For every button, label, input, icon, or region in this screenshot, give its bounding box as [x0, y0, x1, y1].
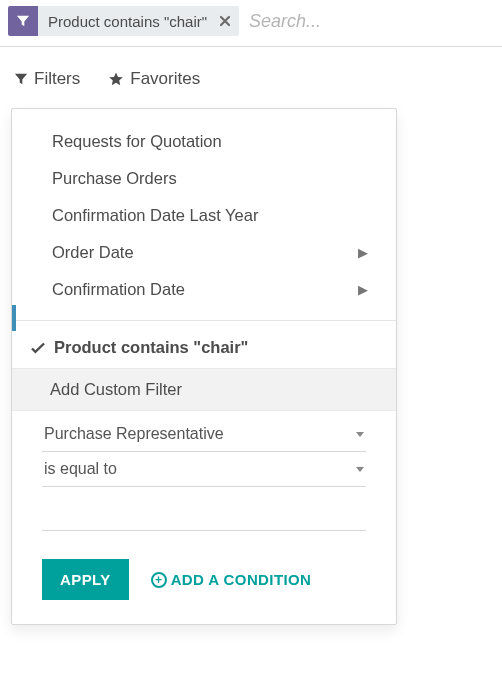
filter-option-rfq[interactable]: Requests for Quotation — [12, 123, 396, 160]
filter-option-label: Confirmation Date Last Year — [52, 206, 258, 225]
filter-option-confirmation-date[interactable]: Confirmation Date ▶ — [12, 271, 396, 308]
filter-options-list: Requests for Quotation Purchase Orders C… — [12, 109, 396, 314]
check-icon — [30, 340, 46, 356]
chevron-right-icon: ▶ — [358, 282, 368, 297]
caret-down-icon — [356, 432, 364, 437]
search-input[interactable] — [247, 11, 494, 32]
add-custom-filter-label: Add Custom Filter — [50, 380, 182, 398]
search-facet-label: Product contains "chair" — [38, 6, 217, 36]
plus-circle-icon: + — [151, 572, 167, 588]
filter-option-label: Purchase Orders — [52, 169, 177, 188]
value-input[interactable] — [42, 501, 366, 531]
add-condition-label: ADD A CONDITION — [171, 571, 312, 588]
field-select-value: Purchase Representative — [44, 425, 224, 443]
apply-button[interactable]: APPLY — [42, 559, 129, 600]
filter-option-order-date[interactable]: Order Date ▶ — [12, 234, 396, 271]
search-facet: Product contains "chair" — [8, 6, 239, 36]
search-bar: Product contains "chair" — [0, 0, 502, 47]
caret-down-icon — [356, 467, 364, 472]
operator-select-value: is equal to — [44, 460, 117, 478]
custom-filter-actions: APPLY + ADD A CONDITION — [42, 559, 366, 600]
active-filter-label: Product contains "chair" — [54, 338, 248, 357]
favorites-button-label: Favorites — [130, 69, 200, 89]
dropdown-indicator — [12, 305, 16, 331]
search-facet-remove[interactable] — [217, 6, 239, 36]
filter-option-label: Confirmation Date — [52, 280, 185, 299]
active-filter-row[interactable]: Product contains "chair" — [12, 327, 396, 368]
add-custom-filter-header[interactable]: Add Custom Filter — [12, 368, 396, 411]
filters-button[interactable]: Filters — [14, 69, 80, 89]
funnel-icon — [14, 72, 28, 86]
separator — [12, 320, 396, 321]
field-select[interactable]: Purchase Representative — [42, 417, 366, 452]
chevron-right-icon: ▶ — [358, 245, 368, 260]
close-icon — [219, 15, 231, 27]
add-condition-button[interactable]: + ADD A CONDITION — [151, 571, 312, 588]
filter-option-confirmation-last-year[interactable]: Confirmation Date Last Year — [12, 197, 396, 234]
control-bar: Filters Favorites — [0, 47, 502, 99]
operator-select[interactable]: is equal to — [42, 452, 366, 487]
custom-filter-form: Purchase Representative is equal to APPL… — [12, 411, 396, 600]
funnel-icon — [8, 6, 38, 36]
filter-option-label: Order Date — [52, 243, 134, 262]
filter-option-label: Requests for Quotation — [52, 132, 222, 151]
filter-option-purchase-orders[interactable]: Purchase Orders — [12, 160, 396, 197]
star-icon — [108, 71, 124, 87]
filters-dropdown: Requests for Quotation Purchase Orders C… — [11, 108, 397, 625]
filters-button-label: Filters — [34, 69, 80, 89]
favorites-button[interactable]: Favorites — [108, 69, 200, 89]
